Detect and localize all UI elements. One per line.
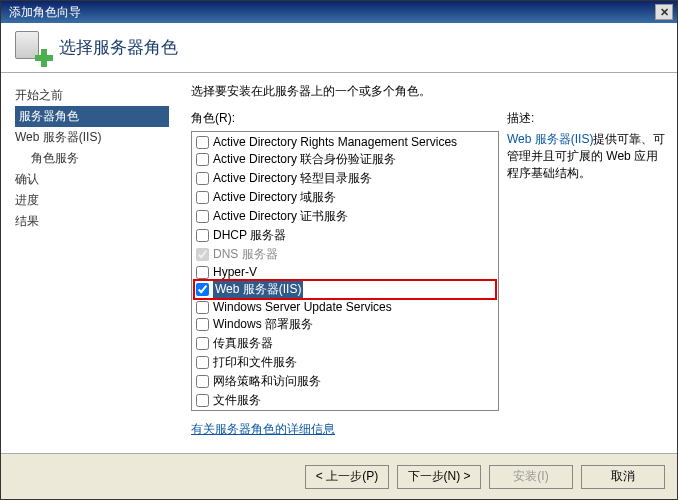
content-columns: 角色(R): Active Directory Rights Managemen… xyxy=(191,110,667,444)
role-label: Hyper-V xyxy=(213,265,257,279)
more-info-link[interactable]: 有关服务器角色的详细信息 xyxy=(191,422,335,436)
role-item[interactable]: 打印和文件服务 xyxy=(194,353,496,372)
description-label: 描述: xyxy=(507,110,667,127)
server-plus-icon xyxy=(15,31,49,65)
role-item[interactable]: DHCP 服务器 xyxy=(194,226,496,245)
page-title: 选择服务器角色 xyxy=(59,36,178,59)
role-item[interactable]: Active Directory 证书服务 xyxy=(194,207,496,226)
nav-item[interactable]: Web 服务器(IIS) xyxy=(15,127,169,148)
window-title: 添加角色向导 xyxy=(5,4,81,21)
button-bar: < 上一步(P) 下一步(N) > 安装(I) 取消 xyxy=(1,453,677,499)
role-item[interactable]: Active Directory 域服务 xyxy=(194,188,496,207)
role-item[interactable]: Web 服务器(IIS) xyxy=(194,280,496,299)
role-label: Active Directory 轻型目录服务 xyxy=(213,170,372,187)
role-item[interactable]: Active Directory Rights Management Servi… xyxy=(194,134,496,150)
role-checkbox[interactable] xyxy=(196,301,209,314)
nav-item[interactable]: 服务器角色 xyxy=(15,106,169,127)
role-label: Active Directory Rights Management Servi… xyxy=(213,135,457,149)
role-label: Windows 部署服务 xyxy=(213,316,313,333)
role-item[interactable]: Windows 部署服务 xyxy=(194,315,496,334)
role-label: 打印和文件服务 xyxy=(213,354,297,371)
role-checkbox[interactable] xyxy=(196,210,209,223)
nav-item[interactable]: 确认 xyxy=(15,169,169,190)
close-icon: ✕ xyxy=(660,6,669,19)
role-label: Active Directory 域服务 xyxy=(213,189,336,206)
role-checkbox[interactable] xyxy=(196,394,209,407)
role-checkbox[interactable] xyxy=(196,136,209,149)
role-label: Windows Server Update Services xyxy=(213,300,392,314)
titlebar[interactable]: 添加角色向导 ✕ xyxy=(1,1,677,23)
next-button[interactable]: 下一步(N) > xyxy=(397,465,481,489)
role-item[interactable]: 文件服务 xyxy=(194,391,496,410)
role-item[interactable]: Active Directory 联合身份验证服务 xyxy=(194,150,496,169)
role-item: DNS 服务器 xyxy=(194,245,496,264)
role-checkbox[interactable] xyxy=(196,266,209,279)
role-label: Active Directory 证书服务 xyxy=(213,208,348,225)
role-item[interactable]: Hyper-V xyxy=(194,264,496,280)
instruction-text: 选择要安装在此服务器上的一个或多个角色。 xyxy=(191,83,667,100)
wizard-header: 选择服务器角色 xyxy=(1,23,677,73)
role-label: DNS 服务器 xyxy=(213,246,278,263)
roles-label: 角色(R): xyxy=(191,110,499,127)
cancel-button[interactable]: 取消 xyxy=(581,465,665,489)
nav-item[interactable]: 进度 xyxy=(15,190,169,211)
content-panel: 选择要安装在此服务器上的一个或多个角色。 角色(R): Active Direc… xyxy=(179,73,677,453)
role-checkbox[interactable] xyxy=(196,153,209,166)
nav-item[interactable]: 结果 xyxy=(15,211,169,232)
install-button: 安装(I) xyxy=(489,465,573,489)
nav-item[interactable]: 开始之前 xyxy=(15,85,169,106)
role-checkbox[interactable] xyxy=(196,356,209,369)
role-label: 传真服务器 xyxy=(213,335,273,352)
role-label: Active Directory 联合身份验证服务 xyxy=(213,151,396,168)
role-item[interactable]: 网络策略和访问服务 xyxy=(194,372,496,391)
role-label: DHCP 服务器 xyxy=(213,227,286,244)
role-checkbox xyxy=(196,248,209,261)
role-item[interactable]: Active Directory 轻型目录服务 xyxy=(194,169,496,188)
roles-listbox[interactable]: Active Directory Rights Management Servi… xyxy=(191,131,499,411)
description-text: Web 服务器(IIS)提供可靠、可管理并且可扩展的 Web 应用程序基础结构。 xyxy=(507,131,667,181)
nav-sidebar: 开始之前服务器角色Web 服务器(IIS)角色服务确认进度结果 xyxy=(1,73,179,453)
wizard-window: 添加角色向导 ✕ 选择服务器角色 开始之前服务器角色Web 服务器(IIS)角色… xyxy=(0,0,678,500)
description-link[interactable]: Web 服务器(IIS) xyxy=(507,132,593,146)
role-checkbox[interactable] xyxy=(196,375,209,388)
role-item[interactable]: 应用程序服务器 xyxy=(194,410,496,411)
role-checkbox[interactable] xyxy=(196,172,209,185)
role-label: Web 服务器(IIS) xyxy=(213,281,303,298)
role-checkbox[interactable] xyxy=(196,191,209,204)
role-item[interactable]: 传真服务器 xyxy=(194,334,496,353)
wizard-body: 开始之前服务器角色Web 服务器(IIS)角色服务确认进度结果 选择要安装在此服… xyxy=(1,73,677,453)
roles-column: 角色(R): Active Directory Rights Managemen… xyxy=(191,110,499,444)
role-checkbox[interactable] xyxy=(196,318,209,331)
role-checkbox[interactable] xyxy=(196,337,209,350)
prev-button[interactable]: < 上一步(P) xyxy=(305,465,389,489)
role-item[interactable]: Windows Server Update Services xyxy=(194,299,496,315)
role-checkbox[interactable] xyxy=(196,283,209,296)
role-checkbox[interactable] xyxy=(196,229,209,242)
nav-item[interactable]: 角色服务 xyxy=(15,148,169,169)
close-button[interactable]: ✕ xyxy=(655,4,673,20)
role-label: 网络策略和访问服务 xyxy=(213,373,321,390)
more-info-row: 有关服务器角色的详细信息 xyxy=(191,421,499,438)
role-label: 文件服务 xyxy=(213,392,261,409)
description-column: 描述: Web 服务器(IIS)提供可靠、可管理并且可扩展的 Web 应用程序基… xyxy=(507,110,667,444)
